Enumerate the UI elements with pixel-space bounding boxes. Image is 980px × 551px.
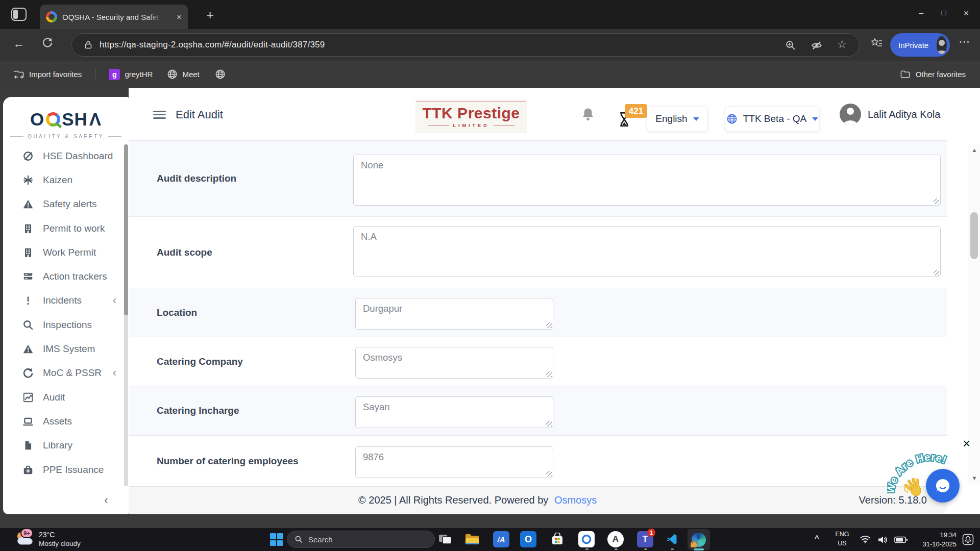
outlook-icon[interactable]: O [520, 531, 536, 547]
sidebar-item-audit[interactable]: Audit [3, 385, 120, 409]
inprivate-lock-icon [691, 542, 697, 547]
catering-incharge-field[interactable]: Sayan [355, 396, 553, 428]
globe-icon [167, 69, 178, 80]
tab-close-icon[interactable]: × [177, 13, 182, 21]
globe-icon [215, 69, 226, 80]
location-field[interactable]: Durgapur [355, 298, 553, 330]
settings-menu-icon[interactable]: ⋯ [959, 35, 970, 48]
folder-icon [900, 69, 911, 79]
brand-name: TTK Prestige [422, 105, 520, 122]
sidebar-item-permit-to-work[interactable]: Permit to work [3, 216, 120, 240]
task-view-icon[interactable] [437, 531, 453, 547]
document-icon [22, 440, 34, 451]
warning-triangle-icon [22, 343, 34, 355]
window-minimize-button[interactable]: – [914, 8, 929, 17]
back-button[interactable]: ← [13, 37, 24, 51]
taskbar-clock[interactable]: 19:34 31-10-2025 [923, 531, 957, 548]
microsoft-store-icon[interactable] [549, 531, 566, 547]
zoom-in-icon[interactable] [785, 40, 796, 51]
sidebar-collapse-button[interactable]: ‹ [3, 489, 120, 510]
favorite-meet[interactable]: Meet [167, 69, 199, 80]
sidebar-item-library[interactable]: Library [3, 434, 120, 458]
profile-avatar[interactable] [937, 36, 947, 54]
sidebar-item-label: Incidents [43, 295, 82, 306]
ring-app-icon[interactable] [578, 531, 595, 547]
sidebar-item-moc-pssr[interactable]: MoC & PSSR ‹ [3, 361, 120, 385]
sidebar-item-ppe-issuance[interactable]: PPE Issuance [3, 458, 120, 482]
import-favorites-button[interactable]: Import favorites [13, 69, 82, 80]
volume-icon[interactable] [877, 535, 888, 544]
app-header: Edit Audit TTK Prestige LIMITED 421 Engl… [129, 88, 947, 141]
refresh-button[interactable] [42, 37, 53, 48]
scroll-down-icon[interactable]: ▼ [968, 475, 980, 481]
favorite-greythr[interactable]: g greytHR [109, 69, 153, 80]
sidebar-scrollbar[interactable] [124, 144, 128, 486]
catering-employees-field[interactable]: 9876 [355, 446, 553, 478]
hamburger-menu-icon[interactable] [153, 111, 166, 119]
favorite-star-icon[interactable]: ☆ [837, 38, 847, 51]
other-favorites-button[interactable]: Other favorites [900, 61, 966, 88]
url-text[interactable]: https://qa-staging-2.oqsha.com/#/audit/e… [100, 40, 325, 50]
sidebar-item-ims-system[interactable]: IMS System [3, 337, 120, 361]
chevron-left-icon[interactable]: ‹ [113, 295, 116, 306]
chevron-left-icon[interactable]: ‹ [113, 367, 116, 379]
sidebar-item-safety-alerts[interactable]: Safety alerts [3, 192, 120, 216]
inprivate-badge[interactable]: InPrivate [890, 33, 950, 57]
gauge-icon [22, 151, 34, 162]
scroll-up-icon[interactable]: ▲ [968, 147, 980, 153]
catering-company-field[interactable]: Osmosys [355, 347, 553, 379]
sidebar-item-incidents[interactable]: Incidents ‹ [3, 289, 120, 313]
language-dropdown[interactable]: English [647, 106, 708, 132]
window-close-button[interactable]: × [959, 8, 974, 19]
hidden-icons-chevron[interactable]: ^ [815, 534, 819, 542]
notification-bell-icon[interactable] [581, 107, 595, 122]
sidebar-item-action-trackers[interactable]: Action trackers [3, 264, 120, 288]
browser-tab[interactable]: OQSHA - Security and Safet × [40, 5, 188, 29]
weather-text[interactable]: 23°C Mostly cloudy [39, 530, 81, 548]
battery-icon[interactable] [894, 536, 908, 543]
page-scrollbar[interactable]: ▲ ▼ [968, 144, 980, 484]
page-scrollbar-thumb[interactable] [970, 212, 978, 259]
audit-description-field[interactable]: None [353, 155, 941, 206]
tab-actions-icon[interactable] [11, 8, 27, 21]
active-app-indicator [694, 548, 704, 550]
audit-scope-field[interactable]: N.A [353, 226, 941, 277]
address-bar[interactable]: https://qa-staging-2.oqsha.com/#/audit/e… [71, 33, 860, 57]
osmosys-link[interactable]: Osmosys [554, 494, 597, 506]
taskbar-search[interactable]: Search [287, 531, 435, 548]
sidebar-item-inspections[interactable]: Inspections [3, 313, 120, 337]
sidebar-item-hse-dashboard[interactable]: HSE Dashboard [3, 144, 120, 168]
copyright-text: © 2025 | All Rights Reserved. Powered by… [358, 494, 597, 506]
logo-letter-a: Λ [89, 109, 102, 130]
stack-icon [22, 271, 34, 282]
wifi-icon[interactable] [860, 535, 871, 544]
sidebar-item-assets[interactable]: Assets [3, 409, 120, 433]
meet-label: Meet [182, 70, 199, 79]
favorite-unnamed[interactable] [215, 69, 226, 80]
favorites-list-icon[interactable] [871, 38, 883, 49]
chat-widget-button[interactable] [926, 469, 960, 503]
app-a-icon[interactable]: /A [493, 531, 509, 547]
sidebar-item-work-permit[interactable]: Work Permit [3, 240, 120, 264]
user-avatar[interactable] [840, 104, 861, 125]
tenant-dropdown[interactable]: TTK Beta - QA [725, 106, 820, 132]
sidebar-scrollbar-thumb[interactable] [124, 144, 128, 315]
new-tab-button[interactable]: + [206, 7, 214, 23]
edge-browser-icon[interactable] [688, 529, 710, 550]
sidebar-item-label: PPE Issuance [43, 464, 104, 475]
brand-subtitle: LIMITED [428, 123, 515, 128]
running-indicator [585, 548, 589, 550]
windows-start-button[interactable] [270, 533, 283, 546]
warning-triangle-icon [22, 198, 34, 210]
language-tray-button[interactable]: ENG US [831, 530, 853, 548]
sidebar-item-kaizen[interactable]: Kaizen [3, 168, 120, 192]
compass-app-icon[interactable]: A [607, 531, 624, 547]
tracking-prevention-eye-icon[interactable] [811, 40, 822, 51]
notification-center-icon[interactable] [962, 534, 974, 545]
vscode-icon[interactable] [664, 531, 680, 547]
oqsha-logo: O SH Λ [3, 109, 129, 130]
running-indicator [615, 548, 618, 550]
file-explorer-icon[interactable] [464, 531, 480, 547]
window-maximize-button[interactable]: □ [936, 8, 951, 17]
browser-toolbar: ← https://qa-staging-2.oqsha.com/#/audit… [0, 29, 980, 61]
